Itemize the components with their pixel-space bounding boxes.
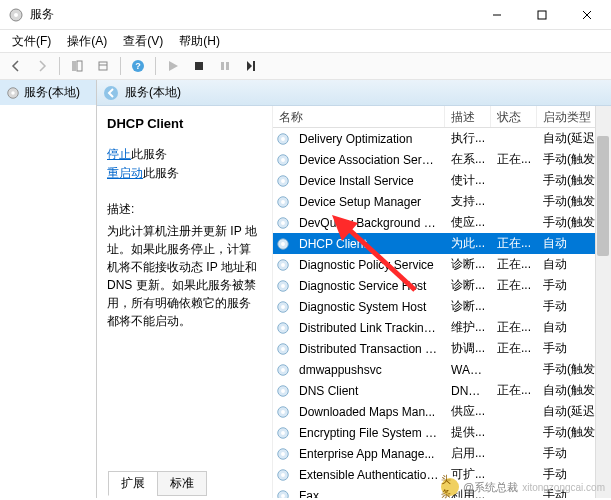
service-row[interactable]: Device Install Service使计...手动(触发... (273, 170, 611, 191)
list-header: 名称 描述 状态 启动类型 (273, 106, 611, 128)
service-gear-icon (273, 321, 293, 335)
service-row[interactable]: Enterprise App Manage...启用...手动 (273, 443, 611, 464)
service-gear-icon (273, 153, 293, 167)
start-button[interactable] (161, 54, 185, 78)
service-desc: 执行... (445, 130, 491, 147)
window-controls (474, 0, 609, 29)
service-row[interactable]: Downloaded Maps Man...供应...自动(延迟... (273, 401, 611, 422)
service-row[interactable]: DevQuery Background D...使应...手动(触发... (273, 212, 611, 233)
pause-button[interactable] (213, 54, 237, 78)
restart-link[interactable]: 重启动 (107, 166, 143, 180)
service-row[interactable]: Distributed Transaction C...协调...正在...手动 (273, 338, 611, 359)
service-gear-icon (273, 237, 293, 251)
service-row[interactable]: Diagnostic Policy Service诊断...正在...自动 (273, 254, 611, 275)
svg-point-25 (281, 179, 285, 183)
services-icon (6, 86, 20, 100)
svg-point-39 (281, 326, 285, 330)
service-status: 正在... (491, 382, 537, 399)
service-status: 正在... (491, 319, 537, 336)
show-hide-button[interactable] (65, 54, 89, 78)
service-desc: 诊断... (445, 277, 491, 294)
service-gear-icon (273, 384, 293, 398)
service-desc: 提供... (445, 424, 491, 441)
restart-button[interactable] (239, 54, 263, 78)
service-status: 正在... (491, 235, 537, 252)
service-name: DHCP Client (293, 237, 445, 251)
menu-action[interactable]: 操作(A) (59, 31, 115, 52)
service-name: Encrypting File System (E... (293, 426, 445, 440)
service-row[interactable]: Diagnostic Service Host诊断...正在...手动 (273, 275, 611, 296)
svg-point-37 (281, 305, 285, 309)
help-button[interactable]: ? (126, 54, 150, 78)
service-status: 正在... (491, 277, 537, 294)
service-name: Extensible Authentication... (293, 468, 445, 482)
svg-point-29 (281, 221, 285, 225)
vertical-scrollbar[interactable] (595, 106, 611, 498)
svg-point-21 (281, 137, 285, 141)
menu-view[interactable]: 查看(V) (115, 31, 171, 52)
service-desc: DNS... (445, 384, 491, 398)
service-name: Device Association Service (293, 153, 445, 167)
svg-point-45 (281, 389, 285, 393)
menu-file[interactable]: 文件(F) (4, 31, 59, 52)
service-name: Diagnostic Service Host (293, 279, 445, 293)
forward-button[interactable] (30, 54, 54, 78)
column-name[interactable]: 名称 (273, 106, 445, 127)
service-desc: 诊断... (445, 256, 491, 273)
service-desc: 支持... (445, 193, 491, 210)
service-desc: 诊断... (445, 298, 491, 315)
service-desc: 使计... (445, 172, 491, 189)
service-status: 正在... (491, 340, 537, 357)
nav-root-item[interactable]: 服务(本地) (0, 80, 96, 105)
service-row[interactable]: Delivery Optimization执行...自动(延迟... (273, 128, 611, 149)
menu-help[interactable]: 帮助(H) (171, 31, 228, 52)
scrollbar-thumb[interactable] (597, 136, 609, 256)
service-list[interactable]: Delivery Optimization执行...自动(延迟...Device… (273, 128, 611, 498)
service-row[interactable]: Device Association Service在系...正在...手动(触… (273, 149, 611, 170)
svg-rect-6 (72, 61, 76, 71)
selected-service-title: DHCP Client (107, 116, 262, 131)
svg-point-1 (14, 13, 18, 17)
service-name: Delivery Optimization (293, 132, 445, 146)
maximize-button[interactable] (519, 0, 564, 29)
back-button[interactable] (4, 54, 28, 78)
service-row[interactable]: DNS ClientDNS...正在...自动(触发... (273, 380, 611, 401)
service-gear-icon (273, 447, 293, 461)
detail-body: DHCP Client 停止此服务 重启动此服务 描述: 为此计算机注册并更新 … (97, 106, 611, 498)
service-desc: 协调... (445, 340, 491, 357)
menu-bar: 文件(F) 操作(A) 查看(V) 帮助(H) (0, 30, 611, 52)
tab-standard[interactable]: 标准 (157, 471, 207, 496)
column-status[interactable]: 状态 (491, 106, 537, 127)
service-row[interactable]: DHCP Client为此...正在...自动 (273, 233, 611, 254)
svg-point-55 (281, 494, 285, 498)
service-row[interactable]: Diagnostic System Host诊断...手动 (273, 296, 611, 317)
export-button[interactable] (91, 54, 115, 78)
stop-link[interactable]: 停止 (107, 147, 131, 161)
svg-point-35 (281, 284, 285, 288)
minimize-button[interactable] (474, 0, 519, 29)
detail-header: 服务(本地) (97, 80, 611, 106)
tab-extended[interactable]: 扩展 (108, 471, 158, 496)
svg-point-23 (281, 158, 285, 162)
svg-point-47 (281, 410, 285, 414)
svg-point-49 (281, 431, 285, 435)
nav-root-label: 服务(本地) (24, 84, 80, 101)
service-desc: 启用... (445, 445, 491, 462)
back-round-icon[interactable] (103, 85, 119, 101)
title-bar: 服务 (0, 0, 611, 30)
column-desc[interactable]: 描述 (445, 106, 491, 127)
service-row[interactable]: Distributed Link Tracking...维护...正在...自动 (273, 317, 611, 338)
stop-button[interactable] (187, 54, 211, 78)
service-desc: 在系... (445, 151, 491, 168)
close-button[interactable] (564, 0, 609, 29)
service-desc: 使应... (445, 214, 491, 231)
service-gear-icon (273, 132, 293, 146)
description-label: 描述: (107, 201, 262, 218)
svg-rect-7 (77, 61, 82, 71)
service-name: dmwappushsvc (293, 363, 445, 377)
service-gear-icon (273, 489, 293, 499)
service-name: Device Install Service (293, 174, 445, 188)
service-row[interactable]: Encrypting File System (E...提供...手动(触发..… (273, 422, 611, 443)
service-row[interactable]: Device Setup Manager支持...手动(触发... (273, 191, 611, 212)
service-row[interactable]: dmwappushsvcWAP...手动(触发... (273, 359, 611, 380)
